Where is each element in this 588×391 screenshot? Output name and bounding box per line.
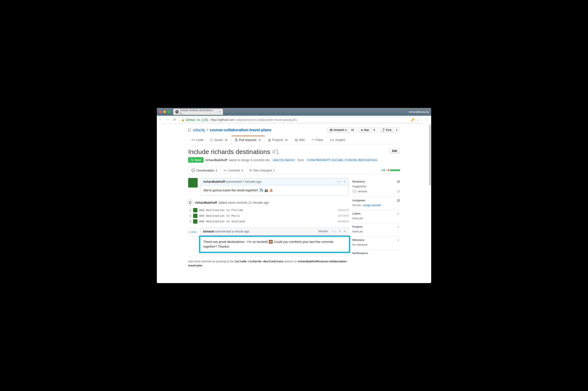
page-content: udacity / course-collaboration-travel-pl…: [157, 124, 431, 283]
url-path: /udacity/course-collaboration-travel-pla…: [235, 118, 297, 121]
repo-actions: Unwatch ▾ 10 ★ Star 0: [327, 127, 400, 133]
watch-count[interactable]: 10: [349, 127, 356, 133]
graph-icon: ⫾⫾⫾: [330, 138, 334, 142]
nav-projects[interactable]: ▥ Projects 0: [265, 136, 292, 144]
close-tab-icon[interactable]: ×: [219, 110, 221, 113]
browser-menu-icon[interactable]: ⋮: [424, 117, 429, 122]
edit-comment-icon[interactable]: ✎: [343, 180, 346, 183]
add-reaction-icon[interactable]: +☺: [336, 180, 341, 183]
tab-title: Include richards destinations b…: [180, 109, 216, 115]
tab-commits[interactable]: ⊶ Commits 3: [220, 166, 246, 174]
repo-nav: <> Code ⓘ Issues 0 Pull requests 1 ▥ Pro…: [188, 136, 400, 144]
pr-sidebar: Reviewers Suggestions lamanai ⓘ: [352, 178, 400, 268]
gear-icon[interactable]: [397, 225, 400, 228]
maximize-window-button[interactable]: [168, 110, 170, 113]
commit-row[interactable]: Add destination to Paris af476f5: [194, 213, 349, 219]
star-count[interactable]: 0: [372, 127, 378, 133]
repo-push-icon: [187, 199, 193, 206]
pulse-icon: 〜: [311, 138, 314, 142]
repo-name-link[interactable]: course-collaboration-travel-plans: [210, 128, 271, 132]
info-icon[interactable]: ⓘ: [397, 190, 400, 193]
git-pull-request-icon: [235, 138, 238, 141]
commit-dot-icon: [189, 215, 191, 217]
minimize-window-button[interactable]: [163, 110, 166, 113]
nav-pull-requests[interactable]: Pull requests 1: [231, 136, 265, 144]
fork-button[interactable]: Fork: [380, 127, 394, 133]
git-pull-request-icon: [190, 159, 193, 162]
comment-meta: commented 7 minutes ago: [226, 180, 261, 183]
comment-author[interactable]: lamanai: [203, 230, 214, 233]
gear-icon[interactable]: [397, 239, 400, 242]
profile-label[interactable]: richard@udacity: [409, 110, 429, 113]
fork-count[interactable]: 1: [394, 127, 400, 133]
avatar: [193, 219, 197, 224]
commit-sha[interactable]: af476f5: [338, 214, 349, 217]
forward-button[interactable]: →: [165, 117, 170, 122]
watch-button[interactable]: Unwatch ▾: [327, 127, 349, 133]
bookmark-star-icon[interactable]: ☆: [416, 118, 419, 121]
commits-author[interactable]: richardkalehoff: [195, 201, 217, 204]
close-window-button[interactable]: [159, 110, 162, 113]
reload-button[interactable]: ⟳: [172, 117, 177, 122]
gear-icon[interactable]: [397, 180, 400, 183]
assign-yourself-link[interactable]: assign yourself: [363, 204, 381, 207]
nav-wiki[interactable]: ▤ Wiki: [292, 136, 308, 144]
tab-conversation[interactable]: 💬 Conversation 1: [188, 166, 220, 174]
caret-down-icon: ▾: [345, 128, 346, 131]
lock-icon: 🔒: [181, 118, 185, 121]
star-button[interactable]: ★ Star: [358, 127, 371, 133]
back-button[interactable]: ←: [159, 117, 163, 122]
commit-sha[interactable]: 6d0ae70: [338, 209, 349, 212]
issue-icon: ⓘ: [210, 138, 213, 142]
key-icon[interactable]: 🔑: [411, 118, 414, 121]
head-branch[interactable]: richardkalehoff:include-richards-destina…: [305, 158, 378, 162]
commit-row[interactable]: Add destination to Florida 6d0ae70: [194, 207, 349, 213]
comment-meta: commented a minute ago: [215, 230, 249, 233]
commit-row[interactable]: Add destination to Scotland bb3b625: [194, 219, 349, 224]
nav-graphs[interactable]: ⫾⫾⫾ Graphs: [327, 136, 349, 144]
repo-owner-link[interactable]: udacity: [193, 128, 205, 132]
code-icon: <>: [191, 138, 195, 142]
pr-state-badge: Open: [188, 157, 203, 163]
commit-group: richardkalehoff added some commits 12 mi…: [194, 199, 349, 224]
avatar: [193, 208, 197, 212]
avatar[interactable]: [188, 178, 198, 188]
traffic-lights: [159, 110, 170, 113]
comment-author[interactable]: richardkalehoff: [203, 180, 225, 183]
star-icon: ★: [361, 128, 363, 131]
nav-issues[interactable]: ⓘ Issues 0: [207, 136, 232, 144]
comment-body: These are great destinations - I'm so ex…: [200, 237, 349, 252]
avatar[interactable]: <CODE>: [188, 227, 198, 237]
address-bar[interactable]: 🔒 GitHub, Inc. [US] | https://github.com…: [179, 117, 421, 123]
scrollbar[interactable]: [429, 125, 431, 185]
timeline-comment: <CODE> lamanai commented a minute ago Me…: [188, 227, 349, 253]
comment-body: We're gonna travel the world together! ✈…: [200, 185, 349, 196]
reviewer-suggestion[interactable]: lamanai: [358, 190, 367, 193]
pr-title: Include richards destinations #1: [188, 148, 279, 156]
base-branch[interactable]: udacity:master: [271, 158, 296, 162]
commit-icon: ⊶: [224, 169, 227, 172]
nav-code[interactable]: <> Code: [188, 136, 207, 144]
comment-box: lamanai commented a minute ago Member +☺…: [200, 227, 349, 235]
timeline-comment: richardkalehoff commented 7 minutes ago …: [188, 178, 349, 196]
member-badge: Member: [317, 229, 330, 234]
add-reaction-icon[interactable]: +☺: [332, 230, 336, 233]
edit-title-button[interactable]: Edit: [389, 148, 400, 154]
commit-sha[interactable]: bb3b625: [338, 220, 349, 223]
gear-icon[interactable]: [397, 199, 400, 202]
sidebar-reviewers-title: Reviewers: [352, 180, 365, 183]
pr-tabnav: 💬 Conversation 1 ⊶ Commits 3 ⧉ Files cha…: [188, 166, 400, 175]
eye-icon: [330, 128, 333, 131]
book-icon: ▤: [295, 138, 298, 142]
avatar: [352, 189, 357, 194]
repo-header: udacity / course-collaboration-travel-pl…: [188, 127, 400, 136]
push-hint: Add more commits by pushing to the inclu…: [188, 256, 349, 268]
tab-files-changed[interactable]: ⧉ Files changed 2: [246, 166, 278, 174]
edit-comment-icon[interactable]: ✎: [339, 230, 341, 233]
sidebar-labels-title: Labels: [352, 212, 361, 215]
pr-author[interactable]: richardkalehoff: [205, 158, 227, 162]
nav-pulse[interactable]: 〜 Pulse: [308, 136, 327, 144]
delete-comment-icon[interactable]: ✕: [343, 230, 346, 233]
browser-tab[interactable]: Include richards destinations b… ×: [173, 109, 223, 115]
gear-icon[interactable]: [397, 212, 400, 215]
